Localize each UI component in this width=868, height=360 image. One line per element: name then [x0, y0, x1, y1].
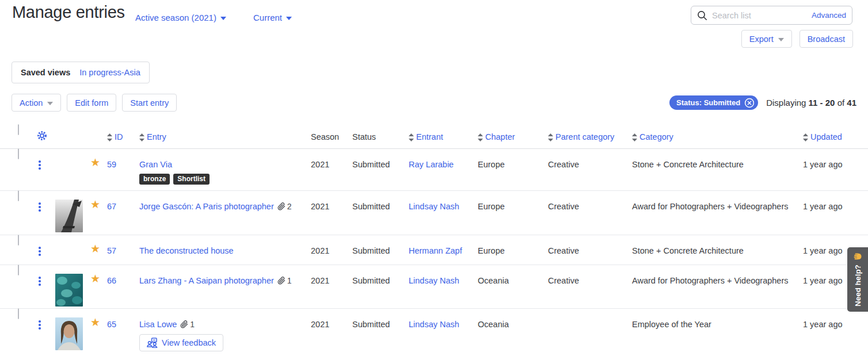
entry-id-link[interactable]: 66: [107, 276, 116, 285]
row-menu-kebab-icon[interactable]: [39, 191, 45, 212]
broadcast-button-label: Broadcast: [808, 35, 845, 44]
view-feedback-label: View feedback: [162, 338, 216, 347]
entry-cell: Lars Zhang - A Saipan photographer 1: [139, 265, 311, 308]
chevron-down-icon: [286, 17, 292, 20]
parent-category-cell: [548, 309, 632, 360]
attachment-count: 1: [180, 319, 195, 330]
search-box[interactable]: Advanced: [691, 6, 852, 25]
entrant-link[interactable]: Lindsay Nash: [409, 202, 459, 211]
edit-form-button-label: Edit form: [75, 98, 108, 108]
category-cell: Employee of the Year: [632, 309, 803, 360]
favorite-star-icon[interactable]: ★: [89, 309, 107, 360]
advanced-search-link[interactable]: Advanced: [812, 11, 846, 20]
row-checkbox[interactable]: [18, 235, 19, 246]
favorite-star-icon[interactable]: ★: [89, 235, 107, 265]
entry-id-link[interactable]: 67: [107, 202, 116, 211]
broadcast-button[interactable]: Broadcast: [800, 30, 853, 48]
entry-thumbnail[interactable]: [51, 309, 89, 360]
column-header-id[interactable]: ID: [107, 125, 139, 148]
entry-thumbnail[interactable]: [51, 265, 89, 308]
status-cell: Submitted: [352, 309, 409, 360]
pagination-range: 11 - 20: [809, 98, 835, 108]
column-header-chapter[interactable]: Chapter: [478, 125, 548, 148]
edit-form-button[interactable]: Edit form: [67, 94, 116, 112]
chapter-cell: Oceania: [478, 309, 548, 360]
season-cell: 2021: [311, 265, 352, 308]
entry-title-link[interactable]: Gran Via: [139, 159, 172, 170]
column-header-label: Entrant: [416, 132, 443, 141]
row-checkbox[interactable]: [18, 265, 19, 275]
status-cell: Submitted: [352, 191, 409, 235]
saved-views-bar: Saved views In progress-Asia: [12, 62, 150, 83]
row-menu-kebab-icon[interactable]: [39, 265, 45, 286]
table-row: ★ 59 Gran Via bronze Shortlist 2021 Subm…: [0, 149, 868, 191]
entrant-link[interactable]: Lindsay Nash: [409, 276, 459, 285]
status-filter-chip-label: Status: Submitted: [676, 98, 740, 107]
entrant-link[interactable]: Ray Larabie: [409, 160, 454, 169]
attachment-count: 2: [277, 201, 292, 212]
season-selector[interactable]: Active season (2021): [135, 13, 226, 22]
column-header-entry[interactable]: Entry: [139, 125, 311, 148]
search-input[interactable]: [712, 11, 812, 20]
row-menu-kebab-icon[interactable]: [39, 235, 45, 256]
chapter-cell: Europe: [478, 149, 548, 190]
remove-filter-icon[interactable]: [744, 98, 755, 108]
export-button[interactable]: Export: [741, 30, 792, 48]
entrant-link[interactable]: Lindsay Nash: [409, 320, 459, 329]
chapter-cell: Oceania: [478, 265, 548, 308]
chapter-cell: Europe: [478, 191, 548, 235]
entry-badge: Shortlist: [173, 174, 210, 185]
column-header-entrant[interactable]: Entrant: [409, 125, 478, 148]
chapter-cell: Europe: [478, 235, 548, 265]
entry-id-link[interactable]: 57: [107, 246, 116, 255]
column-header-category[interactable]: Category: [632, 125, 803, 148]
row-menu-kebab-icon[interactable]: [39, 309, 45, 330]
row-checkbox[interactable]: [18, 190, 19, 201]
start-entry-button-label: Start entry: [130, 98, 169, 108]
parent-category-cell: Creative: [548, 149, 632, 190]
column-header-updated[interactable]: Updated: [803, 125, 856, 148]
pagination-total: 41: [847, 98, 856, 108]
sort-icon: [632, 133, 637, 141]
entry-thumbnail[interactable]: [51, 191, 89, 235]
start-entry-button[interactable]: Start entry: [122, 94, 177, 112]
entry-title-link[interactable]: Lars Zhang - A Saipan photographer: [139, 275, 274, 286]
need-help-tab[interactable]: Need help?: [847, 247, 868, 312]
season-cell: 2021: [311, 309, 352, 360]
sort-icon: [409, 133, 414, 141]
entry-id-link[interactable]: 59: [107, 160, 116, 169]
view-selector[interactable]: Current: [253, 13, 292, 22]
status-filter-chip[interactable]: Status: Submitted: [669, 95, 758, 110]
saved-view-in-progress-asia[interactable]: In progress-Asia: [79, 68, 140, 77]
row-menu-kebab-icon[interactable]: [39, 149, 45, 170]
entry-title-link[interactable]: Jorge Gascón: A Paris photographer: [139, 201, 274, 212]
paperclip-icon: [277, 202, 285, 210]
row-checkbox[interactable]: [18, 308, 19, 319]
category-cell: Award for Photographers + Videographers: [632, 265, 803, 308]
entry-title-link[interactable]: Lisa Lowe: [139, 319, 177, 330]
favorite-star-icon[interactable]: ★: [89, 191, 107, 235]
sort-icon: [548, 133, 553, 141]
chevron-down-icon: [220, 17, 226, 20]
table-row: ★ 66 Lars Zhang - A Saipan photographer …: [0, 265, 868, 309]
need-help-label: Need help?: [854, 265, 862, 307]
entry-title-link[interactable]: The deconstructed house: [139, 245, 234, 256]
favorite-star-icon[interactable]: ★: [89, 149, 107, 190]
entry-id-link[interactable]: 65: [107, 320, 116, 329]
select-all-checkbox[interactable]: [18, 124, 19, 135]
column-settings-button[interactable]: [31, 125, 51, 148]
gear-icon: [36, 130, 48, 141]
row-checkbox[interactable]: [18, 148, 19, 159]
season-cell: 2021: [311, 191, 352, 235]
action-button[interactable]: Action: [12, 94, 61, 112]
column-header-parent-category[interactable]: Parent category: [548, 125, 632, 148]
attachment-count-value: 1: [190, 319, 195, 330]
view-feedback-button[interactable]: View feedback: [139, 334, 223, 351]
table-header-row: ID Entry Season Status Entrant Chapter P…: [0, 125, 868, 149]
table-row: ★ 57 The deconstructed house 2021 Submit…: [0, 235, 868, 265]
entry-cell: Jorge Gascón: A Paris photographer 2: [139, 191, 311, 235]
pagination-summary: Displaying 11 - 20 of 41: [766, 98, 856, 108]
favorite-star-icon[interactable]: ★: [89, 265, 107, 308]
parent-category-cell: Creative: [548, 191, 632, 235]
entrant-link[interactable]: Hermann Zapf: [409, 246, 462, 255]
